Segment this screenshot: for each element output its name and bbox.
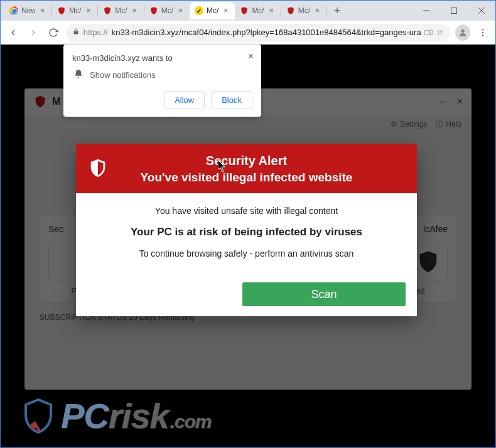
new-tab-button[interactable]: + [330,3,345,18]
close-icon[interactable]: × [84,7,92,15]
alert-header: Security Alert You've visited illegal in… [76,144,417,193]
tab-title: Mc/ [298,6,310,15]
pcrisk-shield-icon [19,397,57,435]
svg-point-5 [461,29,464,32]
close-button[interactable] [468,1,495,21]
norton-icon [195,6,203,15]
notification-permission-popup: × kn33-m3dicin3.xyz wants to Show notifi… [63,45,261,117]
tab-mcafee-5[interactable]: Mc/ × [235,2,280,19]
alert-body: You have visited unsafe site with illega… [76,193,417,282]
minimize-button[interactable] [412,1,440,21]
wm-dom: .com [170,411,211,432]
security-alert-modal: Security Alert You've visited illegal in… [76,144,417,316]
alert-subtitle: You've visited illegal infected website [86,171,407,184]
close-icon[interactable]: × [176,7,185,15]
tab-mcafee-1[interactable]: Mc/ × [52,2,97,19]
url-protocol: https:// [84,28,108,37]
bell-icon [73,69,84,81]
wm-risk: risk [109,396,169,435]
svg-point-6 [482,29,483,30]
alert-line-2: Your PC is at risk of being infected by … [91,226,402,238]
tab-title: Mc/ [207,6,218,15]
close-icon[interactable]: × [131,7,139,15]
tab-mcafee-6[interactable]: Mc/ × [281,2,326,19]
maximize-button[interactable] [440,1,468,21]
tab-title: Mc/ [115,6,127,15]
close-icon[interactable]: × [248,51,254,62]
url-text: kn33-m3dicin3.xyz/mcaf04/index.php?lpkey… [112,28,421,37]
allow-button[interactable]: Allow [164,91,205,109]
alert-line-1: You have visited unsafe site with illega… [91,206,402,216]
block-button[interactable]: Block [211,91,252,109]
notification-site-text: kn33-m3dicin3.xyz wants to [72,53,252,63]
pcrisk-watermark: PCrisk.com [19,395,211,436]
browser-window: New × Mc/ × Mc/ × Mc/ × [0,0,496,448]
mcafee-icon [149,6,158,15]
mcafee-icon [103,6,112,15]
translate-icon[interactable]: □ͣ [425,28,433,37]
profile-avatar[interactable] [455,24,470,41]
svg-rect-1 [451,8,457,14]
menu-button[interactable] [475,24,490,41]
mcafee-icon [286,6,295,15]
mcafee-icon [57,6,66,15]
close-icon[interactable]: × [222,7,230,15]
pcrisk-text: PCrisk.com [61,395,211,436]
tab-divider [326,5,327,16]
tab-mcafee-2[interactable]: Mc/ × [98,2,143,19]
notification-permission-label: Show notifications [90,70,156,80]
scan-button[interactable]: Scan [242,282,406,306]
close-icon[interactable]: × [38,7,46,15]
chrome-icon [9,6,18,15]
wm-pc: PC [61,396,109,435]
notification-permission-row: Show notifications [73,69,252,81]
alert-shield-icon [87,157,109,181]
tab-title: New [21,6,35,15]
close-icon[interactable]: × [313,7,321,15]
svg-point-8 [482,35,483,36]
reload-button[interactable] [46,24,61,41]
alert-title: Security Alert [86,154,407,168]
notification-actions: Allow Block [72,91,252,109]
alert-line-3: To continue browsing safely - perform an… [91,248,402,259]
mcafee-icon [240,6,249,15]
close-icon[interactable]: × [267,7,276,15]
lock-icon [72,28,80,37]
tab-title: Mc/ [69,6,81,15]
bookmark-star-icon[interactable]: ☆ [436,28,444,37]
toolbar: https://kn33-m3dicin3.xyz/mcaf04/index.p… [1,21,495,45]
svg-point-7 [482,31,483,33]
tab-active[interactable]: Mc/ × [190,2,235,19]
window-controls [412,1,495,21]
tabs-row: New × Mc/ × Mc/ × Mc/ × [1,1,412,21]
alert-actions: Scan [76,282,417,316]
forward-button[interactable] [26,24,41,41]
svg-rect-4 [73,31,78,35]
tab-new[interactable]: New × [4,2,51,19]
titlebar: New × Mc/ × Mc/ × Mc/ × [1,1,495,21]
tab-title: Mc/ [161,6,173,15]
address-bar[interactable]: https://kn33-m3dicin3.xyz/mcaf04/index.p… [66,24,451,41]
back-button[interactable] [6,24,21,41]
tab-mcafee-3[interactable]: Mc/ × [144,2,190,19]
tab-title: Mc/ [252,6,264,15]
